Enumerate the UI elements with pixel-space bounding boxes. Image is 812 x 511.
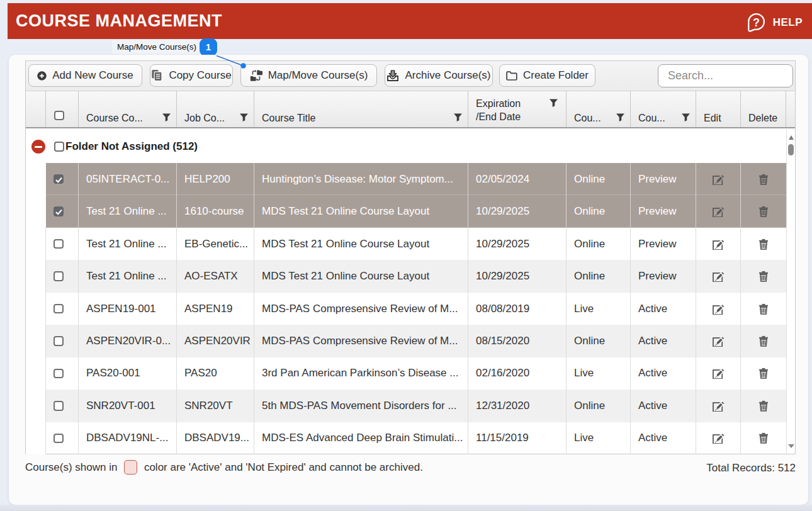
svg-text:?: ? [753, 16, 760, 29]
